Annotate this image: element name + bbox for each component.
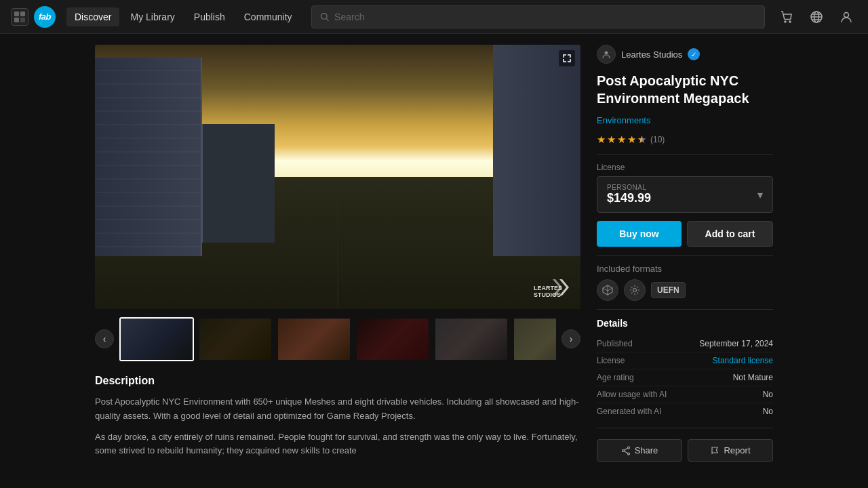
rating-count: (10) <box>650 135 665 144</box>
thumb-next-button[interactable]: › <box>561 329 580 348</box>
license-label: License <box>597 163 773 172</box>
expand-button[interactable] <box>559 50 575 66</box>
seller-avatar <box>597 45 616 64</box>
license-price: $149.99 <box>607 191 651 205</box>
nav-links: Discover My Library Publish Community <box>66 7 300 26</box>
report-icon <box>710 446 719 455</box>
report-button[interactable]: Report <box>688 439 773 462</box>
star-3: ★ <box>617 134 626 146</box>
description-section: Description Post Apocalyptic NYC Environ… <box>95 369 580 470</box>
rating-row: ★ ★ ★ ★ ★★ (10) <box>597 134 773 146</box>
thumb-1-bg <box>121 319 193 360</box>
thumbnail-3[interactable] <box>277 317 351 361</box>
svg-point-13 <box>844 12 849 17</box>
product-title: Post Apocalyptic NYC Environment Megapac… <box>597 72 773 107</box>
svg-point-19 <box>633 289 637 292</box>
main-content: LEARTES STUDIOS ‹ <box>0 34 868 488</box>
svg-point-22 <box>622 449 624 451</box>
scene-building-left <box>95 58 202 256</box>
svg-point-21 <box>627 453 629 455</box>
app-icon[interactable] <box>11 8 28 26</box>
license-info: PERSONAL $149.99 <box>607 184 651 205</box>
formats-row: UEFN <box>597 279 773 301</box>
thumbnail-1[interactable] <box>119 317 194 361</box>
verified-badge: ✓ <box>688 48 700 60</box>
action-buttons: Share Report <box>597 439 773 462</box>
detail-ai-gen-key: Generated with AI <box>597 407 661 416</box>
detail-age-val: Not Mature <box>733 373 773 382</box>
thumbnails-row: ‹ › <box>95 317 580 361</box>
logo-area: fab <box>11 6 56 28</box>
license-section: License PERSONAL $149.99 ▾ <box>597 163 773 213</box>
nav-my-library[interactable]: My Library <box>122 7 182 26</box>
detail-license-val[interactable]: Standard license <box>713 356 773 365</box>
buy-buttons: Buy now Add to cart <box>597 221 773 247</box>
svg-rect-2 <box>14 18 19 22</box>
svg-rect-1 <box>20 12 25 16</box>
format-icon-ue5 <box>597 279 618 301</box>
detail-age: Age rating Not Mature <box>597 369 773 386</box>
scene-building-center <box>202 124 275 243</box>
description-text-1: Post Apocalyptic NYC Environment with 65… <box>95 395 580 424</box>
nav-publish[interactable]: Publish <box>186 7 233 26</box>
nav-community[interactable]: Community <box>236 7 300 26</box>
svg-point-20 <box>627 447 629 449</box>
report-label: Report <box>724 445 750 455</box>
svg-rect-0 <box>14 12 19 16</box>
nav-right <box>776 6 857 28</box>
svg-point-4 <box>321 13 327 19</box>
detail-license: License Standard license <box>597 352 773 369</box>
seller-name[interactable]: Leartes Studios <box>621 49 682 60</box>
star-4: ★ <box>627 134 636 146</box>
svg-point-6 <box>785 21 786 22</box>
thumbnail-4[interactable] <box>355 317 430 361</box>
detail-age-key: Age rating <box>597 373 634 382</box>
navbar: fab Discover My Library Publish Communit… <box>0 0 868 34</box>
detail-ai-usage-key: Allow usage with AI <box>597 390 667 399</box>
product-category[interactable]: Environments <box>597 115 773 125</box>
cart-button[interactable] <box>776 6 797 28</box>
thumb-5-bg <box>435 319 507 360</box>
formats-section: Included formats UEFN <box>597 264 773 301</box>
detail-published: Published September 17, 2024 <box>597 336 773 352</box>
description-text-2: As day broke, a city entirely of ruins r… <box>95 430 580 459</box>
search-input[interactable] <box>334 12 756 22</box>
detail-ai-gen: Generated with AI No <box>597 403 773 420</box>
detail-published-key: Published <box>597 339 633 348</box>
scene-building-right <box>493 45 580 256</box>
share-button[interactable]: Share <box>597 439 682 462</box>
thumb-prev-button[interactable]: ‹ <box>95 329 114 348</box>
svg-line-24 <box>624 451 627 453</box>
thumb-6-bg <box>514 319 556 360</box>
formats-label: Included formats <box>597 264 773 274</box>
detail-published-val: September 17, 2024 <box>699 339 773 348</box>
thumbnails-list <box>119 317 556 361</box>
add-to-cart-button[interactable]: Add to cart <box>687 221 773 247</box>
search-bar[interactable] <box>311 5 765 28</box>
details-table: Published September 17, 2024 License Sta… <box>597 336 773 420</box>
detail-license-key: License <box>597 356 625 365</box>
detail-ai-usage-val: No <box>763 390 773 399</box>
user-button[interactable] <box>835 6 857 28</box>
thumbnail-5[interactable] <box>434 317 509 361</box>
license-select[interactable]: PERSONAL $149.99 ▾ <box>597 176 773 213</box>
description-title: Description <box>95 375 580 387</box>
thumb-2-bg <box>199 319 271 360</box>
svg-line-23 <box>624 448 627 450</box>
star-5: ★★ <box>637 134 646 146</box>
divider-2 <box>597 255 773 256</box>
leartes-logo-svg: LEARTES STUDIOS <box>532 277 570 298</box>
fab-logo[interactable]: fab <box>34 6 56 28</box>
thumbnail-6[interactable] <box>513 317 556 361</box>
star-1: ★ <box>597 134 606 146</box>
buy-now-button[interactable]: Buy now <box>597 221 682 247</box>
star-2: ★ <box>607 134 616 146</box>
divider-3 <box>597 309 773 310</box>
format-badge-uefn: UEFN <box>651 282 686 298</box>
svg-point-18 <box>605 52 608 55</box>
globe-button[interactable] <box>806 6 827 28</box>
main-image-bg: LEARTES STUDIOS <box>95 45 580 309</box>
thumbnail-2[interactable] <box>198 317 273 361</box>
leartes-watermark: LEARTES STUDIOS <box>532 277 570 298</box>
nav-discover[interactable]: Discover <box>66 7 119 26</box>
